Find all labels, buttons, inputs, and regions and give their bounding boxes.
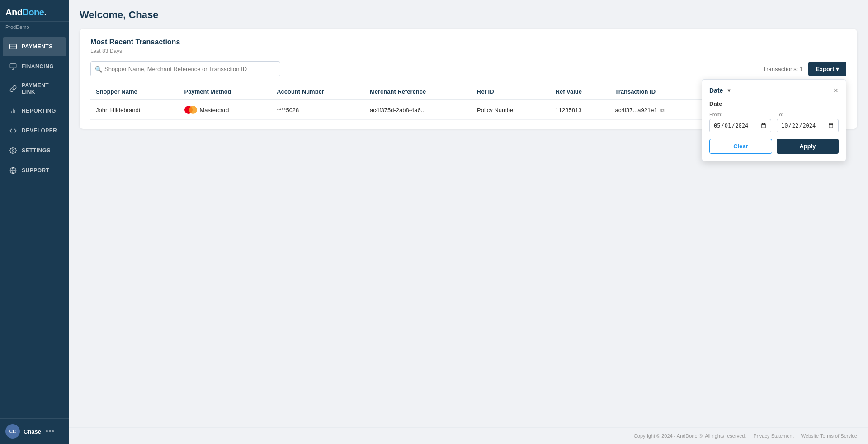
copy-icon[interactable]: ⧉ — [660, 107, 665, 113]
popup-header: Date ▼ ✕ — [709, 87, 839, 94]
financing-icon — [9, 62, 17, 71]
date-fields: From: To: — [709, 112, 839, 132]
cell-merchant-reference: ac4f375d-2ab8-4a6... — [364, 100, 472, 120]
copyright-text: Copyright © 2024 - AndDone ®. All rights… — [634, 433, 746, 439]
card-title: Most Recent Transactions — [90, 38, 846, 46]
sidebar-item-payments-label: Payments — [22, 43, 53, 50]
popup-title: Date — [709, 87, 723, 94]
popup-section-title: Date — [709, 100, 839, 107]
search-input[interactable] — [90, 61, 280, 76]
date-to-label: To: — [777, 112, 839, 117]
toolbar-right: Transactions: 1 Export ▾ — [763, 62, 846, 76]
clear-button[interactable]: Clear — [709, 139, 772, 154]
privacy-link[interactable]: Privacy Statement — [753, 433, 793, 439]
sidebar-item-payment-link-label: Payment Link — [22, 82, 60, 95]
terms-link[interactable]: Website Terms of Service — [801, 433, 857, 439]
app-logo: AndDone. — [5, 7, 63, 18]
cell-payment-method: Mastercard — [179, 100, 272, 120]
sidebar-item-developer[interactable]: Developer — [3, 121, 66, 140]
search-icon: 🔍 — [95, 66, 102, 72]
cell-transaction-id: ac4f37...a921e1 ⧉ — [609, 100, 706, 120]
cell-ref-value: 11235813 — [550, 100, 610, 120]
user-footer[interactable]: CC Chase ••• — [0, 418, 69, 444]
date-from-label: From: — [709, 112, 771, 117]
sidebar-item-reporting[interactable]: Reporting — [3, 101, 66, 120]
apply-button[interactable]: Apply — [777, 139, 839, 154]
mastercard-icon — [184, 106, 197, 114]
cell-account-number: ****5028 — [271, 100, 364, 120]
sidebar-item-settings-label: Settings — [22, 147, 51, 154]
logo-area: AndDone. — [0, 0, 69, 22]
col-payment-method: Payment Method — [179, 84, 272, 100]
date-filter-popup: Date ▼ ✕ Date From: To: — [702, 79, 846, 161]
transactions-card: Most Recent Transactions Last 83 Days 🔍 … — [80, 29, 857, 129]
sidebar-item-payments[interactable]: Payments — [3, 37, 66, 56]
date-from-group: From: — [709, 112, 771, 132]
export-button[interactable]: Export ▾ — [808, 62, 846, 76]
popup-actions: Clear Apply — [709, 139, 839, 154]
date-to-input[interactable] — [777, 119, 839, 132]
col-merchant-reference: Merchant Reference — [364, 84, 472, 100]
col-account-number: Account Number — [271, 84, 364, 100]
date-to-group: To: — [777, 112, 839, 132]
table-wrap: Shopper Name Payment Method Account Numb… — [90, 84, 846, 120]
col-shopper-name: Shopper Name — [90, 84, 179, 100]
popup-header-left: Date ▼ — [709, 87, 731, 94]
sidebar-nav: Payments Financing Payment Link Reportin… — [0, 34, 69, 418]
sidebar-item-reporting-label: Reporting — [22, 108, 56, 114]
sidebar-item-support[interactable]: Support — [3, 161, 66, 180]
col-transaction-id: Transaction ID — [609, 84, 706, 100]
sidebar-item-settings[interactable]: Settings — [3, 141, 66, 160]
user-menu-dots: ••• — [46, 427, 55, 435]
sidebar-item-financing-label: Financing — [22, 63, 54, 70]
payments-icon — [9, 43, 17, 51]
page-area: Welcome, Chase Most Recent Transactions … — [69, 0, 868, 427]
page-title: Welcome, Chase — [80, 9, 857, 21]
col-ref-id: Ref ID — [472, 84, 550, 100]
search-wrap: 🔍 — [90, 61, 280, 76]
reporting-icon — [9, 107, 17, 115]
cell-ref-id: Policy Number — [472, 100, 550, 120]
svg-rect-0 — [10, 44, 17, 49]
sidebar-item-financing[interactable]: Financing — [3, 57, 66, 76]
cell-shopper-name: John Hildebrandt — [90, 100, 179, 120]
env-label: ProdDemo — [0, 22, 69, 34]
card-subtitle: Last 83 Days — [90, 48, 846, 54]
svg-point-6 — [12, 150, 14, 151]
sidebar: AndDone. ProdDemo Payments Financing Pay… — [0, 0, 69, 444]
developer-icon — [9, 127, 17, 135]
sidebar-item-developer-label: Developer — [22, 128, 57, 134]
sidebar-item-payment-link[interactable]: Payment Link — [3, 77, 66, 100]
transactions-count: Transactions: 1 — [763, 66, 803, 72]
payment-link-icon — [9, 85, 17, 93]
svg-rect-2 — [10, 64, 16, 68]
payment-method-label: Mastercard — [200, 107, 229, 113]
settings-icon — [9, 146, 17, 155]
col-ref-value: Ref Value — [550, 84, 610, 100]
avatar: CC — [5, 424, 20, 439]
support-icon — [9, 166, 17, 175]
sidebar-item-support-label: Support — [22, 167, 50, 174]
page-footer: Copyright © 2024 - AndDone ®. All rights… — [69, 427, 868, 444]
popup-dropdown-arrow: ▼ — [726, 88, 731, 93]
user-name: Chase — [24, 428, 41, 435]
popup-close-button[interactable]: ✕ — [833, 87, 839, 94]
main-content: Welcome, Chase Most Recent Transactions … — [69, 0, 868, 444]
toolbar: 🔍 Transactions: 1 Export ▾ — [90, 61, 846, 76]
date-from-input[interactable] — [709, 119, 771, 132]
